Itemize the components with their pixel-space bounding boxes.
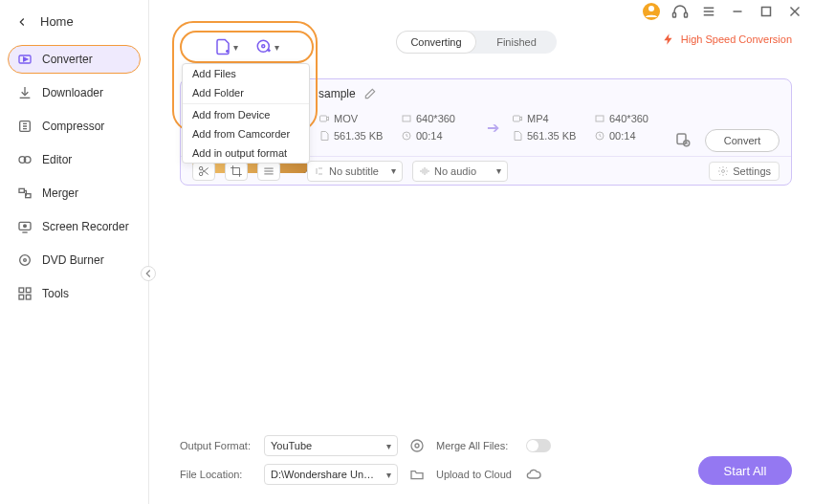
file-icon [319, 130, 330, 142]
effects-button[interactable] [257, 162, 280, 181]
add-dvd-button[interactable]: ▾ [255, 38, 279, 55]
dropdown-item-add-in-output-format[interactable]: Add in output format [183, 143, 309, 163]
sidebar-item-tools[interactable]: Tools [8, 279, 141, 308]
video-icon [512, 113, 523, 124]
svg-rect-22 [26, 288, 31, 293]
file-location-select[interactable]: D:\Wondershare UniConverter 1 ▾ [264, 464, 398, 485]
footer: Output Format: YouTube ▾ Merge All Files… [180, 435, 792, 493]
sidebar-item-converter[interactable]: Converter [8, 45, 141, 74]
sidebar-item-dvd-burner[interactable]: DVD Burner [8, 246, 141, 274]
add-dropdown-menu: Add Files Add Folder Add from Device Add… [182, 63, 310, 164]
svg-point-19 [20, 255, 31, 266]
file-name: sample [319, 87, 356, 100]
source-dur: 00:14 [416, 130, 443, 142]
source-meta2: 640*360 00:14 [401, 113, 473, 142]
edit-filename-icon[interactable] [363, 87, 377, 100]
high-speed-conversion-button[interactable]: High Speed Conversion [662, 33, 792, 46]
arrow-right-icon: ➔ [483, 119, 502, 137]
sidebar-item-screen-recorder[interactable]: Screen Recorder [8, 212, 141, 241]
svg-point-42 [411, 440, 423, 451]
add-disc-icon [255, 38, 273, 55]
gear-icon [717, 165, 729, 177]
merge-files-toggle[interactable] [526, 439, 551, 452]
svg-point-26 [262, 45, 265, 48]
audio-select[interactable]: No audio ▾ [412, 161, 508, 182]
sidebar-item-label: Merger [42, 186, 78, 200]
add-files-button[interactable]: ▾ [214, 38, 238, 55]
output-format-label: Output Format: [180, 440, 253, 451]
source-res: 640*360 [416, 113, 455, 124]
dest-format: MP4 [527, 113, 549, 124]
sidebar-item-downloader[interactable]: Downloader [8, 78, 141, 107]
file-location-label: File Location: [180, 469, 253, 480]
svg-point-25 [257, 40, 269, 52]
chevron-down-icon: ▾ [386, 470, 391, 480]
svg-point-18 [24, 225, 27, 228]
svg-marker-11 [24, 57, 28, 61]
source-format: MOV [334, 113, 358, 124]
high-speed-label: High Speed Conversion [681, 33, 792, 45]
audio-value: No audio [434, 165, 476, 177]
source-meta: MOV 561.35 KB [319, 113, 391, 142]
svg-rect-15 [19, 188, 24, 192]
dropdown-item-add-from-camcorder[interactable]: Add from Camcorder [183, 124, 309, 143]
compressor-icon [17, 119, 33, 134]
sidebar-item-compressor[interactable]: Compressor [8, 112, 141, 141]
subtitle-select[interactable]: No subtitle ▾ [307, 161, 403, 182]
dest-meta: MP4 561.35 KB [512, 113, 584, 142]
tab-finished[interactable]: Finished [476, 31, 557, 54]
svg-rect-31 [596, 116, 604, 121]
start-all-button[interactable]: Start All [698, 456, 792, 485]
nav-list: Converter Downloader Compressor Editor M… [0, 39, 148, 318]
dropdown-item-add-files[interactable]: Add Files [183, 64, 309, 83]
tab-segmented-control: Converting Finished [396, 31, 557, 54]
subtitle-value: No subtitle [329, 165, 379, 177]
sidebar-item-label: Downloader [42, 86, 103, 99]
svg-rect-28 [403, 116, 410, 121]
dropdown-item-add-from-device[interactable]: Add from Device [183, 105, 309, 124]
merge-files-label: Merge All Files: [436, 440, 515, 451]
svg-rect-21 [19, 288, 24, 293]
sidebar-item-label: Converter [42, 53, 93, 66]
chevron-left-icon [15, 15, 29, 29]
dvd-burner-icon [17, 252, 33, 268]
chevron-down-icon: ▾ [386, 441, 391, 451]
output-settings-icon[interactable] [674, 131, 692, 148]
chevron-down-icon: ▾ [275, 42, 279, 53]
settings-label: Settings [733, 165, 771, 177]
file-location-value: D:\Wondershare UniConverter 1 [271, 469, 376, 480]
dest-dur: 00:14 [609, 130, 636, 142]
video-icon [319, 113, 330, 124]
sidebar-item-editor[interactable]: Editor [8, 145, 141, 174]
converter-icon [17, 52, 33, 67]
bolt-icon [662, 33, 675, 46]
home-button[interactable]: Home [0, 4, 148, 39]
sidebar-item-merger[interactable]: Merger [8, 179, 141, 208]
dropdown-item-add-folder[interactable]: Add Folder [183, 83, 309, 102]
tab-converting[interactable]: Converting [396, 31, 476, 54]
file-icon [512, 130, 523, 142]
clock-icon [594, 130, 605, 142]
svg-rect-27 [320, 116, 327, 121]
home-label: Home [40, 14, 74, 29]
subtitle-icon [314, 165, 325, 177]
cloud-icon[interactable] [526, 467, 541, 482]
sidebar-item-label: Compressor [42, 120, 104, 133]
trim-button[interactable] [192, 162, 215, 181]
sidebar-item-label: DVD Burner [42, 253, 104, 267]
audio-icon [419, 165, 430, 177]
tools-icon [17, 286, 33, 301]
settings-button[interactable]: Settings [709, 162, 780, 181]
dest-size: 561.35 KB [527, 130, 576, 142]
dest-res: 640*360 [609, 113, 648, 124]
sidebar-item-label: Editor [42, 153, 72, 166]
convert-button[interactable]: Convert [705, 129, 780, 152]
output-format-select[interactable]: YouTube ▾ [264, 435, 398, 456]
output-settings-icon[interactable] [409, 438, 425, 453]
dest-meta2: 640*360 00:14 [594, 113, 667, 142]
svg-rect-24 [26, 295, 31, 299]
crop-button[interactable] [225, 162, 248, 181]
open-folder-icon[interactable] [409, 467, 425, 482]
chevron-down-icon: ▾ [233, 42, 238, 53]
svg-point-41 [415, 444, 419, 448]
